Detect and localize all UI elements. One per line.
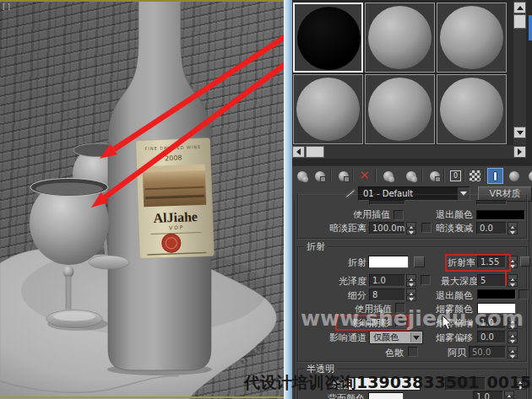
fog-bias-spinner[interactable] bbox=[508, 331, 518, 343]
application-window: daisheji.com 计教程 bbox=[0, 0, 532, 399]
material-slot-2[interactable] bbox=[365, 3, 435, 73]
up-arrow-icon bbox=[517, 3, 524, 10]
assign-material-to-selection-icon[interactable] bbox=[335, 168, 351, 184]
mouse-cursor bbox=[442, 315, 453, 331]
material-slot-4[interactable] bbox=[293, 74, 363, 144]
abbe-field[interactable]: 50.0 bbox=[469, 346, 506, 359]
material-slot-5[interactable] bbox=[365, 74, 435, 144]
fog-bias-label: 烟雾偏移 bbox=[436, 332, 473, 344]
sample-slots-area bbox=[292, 0, 532, 165]
refraction-group-label: 折射 bbox=[304, 242, 328, 252]
black-material-sphere bbox=[297, 7, 361, 70]
dim-fade-field[interactable]: 0.0 bbox=[476, 222, 507, 235]
toolbar-separator bbox=[464, 169, 464, 182]
slots-vscroll-thumb[interactable] bbox=[513, 14, 526, 29]
dim-distance-checkbox[interactable] bbox=[421, 223, 432, 233]
left-arrow-icon bbox=[293, 148, 301, 155]
toolbar-separator bbox=[352, 169, 353, 182]
make-unique-icon[interactable] bbox=[403, 168, 419, 184]
clipped-field[interactable] bbox=[476, 200, 507, 205]
material-slot-6[interactable] bbox=[437, 74, 507, 144]
max-depth-spinner[interactable] bbox=[508, 274, 518, 287]
window-edge bbox=[284, 0, 292, 399]
dim-fade-label: 暗淡衰减 bbox=[434, 223, 473, 235]
refract-color-swatch[interactable] bbox=[368, 256, 409, 268]
go-to-sibling-icon[interactable] bbox=[525, 168, 532, 184]
phone-watermark: 代设计培训咨询139038335010015878 bbox=[244, 372, 532, 394]
go-to-parent-icon[interactable] bbox=[506, 168, 522, 184]
glossiness-label: 光泽度 bbox=[336, 276, 366, 288]
chevron-down-icon bbox=[413, 336, 420, 343]
material-sphere bbox=[440, 6, 503, 69]
exit-color-swatch[interactable] bbox=[476, 210, 525, 220]
material-slot-3[interactable] bbox=[437, 3, 507, 73]
material-sphere bbox=[368, 78, 432, 141]
slots-scroll-down-button[interactable] bbox=[513, 127, 526, 138]
viewport-active-border-top bbox=[0, 0, 284, 2]
material-sphere bbox=[440, 78, 503, 141]
slots-scroll-left-button[interactable] bbox=[292, 146, 305, 158]
exit-color-label: 退出颜色 bbox=[434, 209, 473, 221]
refraction-exit-color-label: 退出颜色 bbox=[436, 290, 473, 302]
affect-channels-dropdown[interactable]: 仅颜色 bbox=[369, 331, 423, 344]
site-watermark: www.shejiedu.com bbox=[292, 306, 532, 331]
toolbar-separator bbox=[421, 169, 422, 182]
window-accent bbox=[529, 15, 532, 40]
affect-channels-label: 影响通道 bbox=[324, 332, 366, 344]
dim-distance-label: 暗淡距离 bbox=[328, 223, 366, 235]
subdivs-field[interactable]: 8 bbox=[369, 288, 405, 301]
slots-scroll-right-button[interactable] bbox=[513, 146, 526, 158]
toolbar-separator bbox=[375, 169, 376, 182]
dispersion-label: 色散 bbox=[373, 348, 404, 359]
reset-material-icon[interactable]: ✕ bbox=[356, 168, 372, 184]
back-color-label: 背面颜色 bbox=[326, 393, 365, 399]
viewport-floor-texture bbox=[0, 0, 284, 399]
clipped-field[interactable] bbox=[369, 200, 405, 205]
refract-map-button[interactable] bbox=[414, 256, 425, 267]
toolbar-separator bbox=[483, 169, 484, 182]
refract-label: 折射 bbox=[345, 257, 366, 269]
put-to-library-icon[interactable] bbox=[426, 168, 442, 184]
dim-distance-spinner[interactable] bbox=[406, 222, 416, 235]
show-map-in-viewport-icon[interactable] bbox=[467, 168, 483, 184]
material-slot-1-selected[interactable] bbox=[293, 3, 363, 73]
material-sphere bbox=[368, 6, 432, 69]
ior-map-button[interactable] bbox=[520, 256, 530, 267]
glossiness-checkbox[interactable] bbox=[421, 275, 431, 285]
dim-distance-field[interactable]: 100.0m bbox=[369, 222, 405, 235]
max-depth-label: 最大深度 bbox=[441, 276, 473, 288]
slots-hscroll-track[interactable] bbox=[292, 145, 513, 159]
dropdown-arrow-button[interactable] bbox=[410, 332, 421, 342]
right-arrow-icon bbox=[518, 148, 525, 155]
use-interpolation-label: 使用插值 bbox=[343, 209, 390, 221]
down-arrow-icon bbox=[517, 131, 524, 138]
dim-fade-spinner[interactable] bbox=[508, 222, 518, 235]
material-id-channel-icon[interactable]: 0 bbox=[448, 168, 464, 184]
dispersion-checkbox[interactable] bbox=[408, 347, 418, 357]
ior-annotation-box bbox=[445, 254, 511, 272]
annotation-tick bbox=[505, 272, 507, 285]
toolbar-separator bbox=[330, 169, 331, 182]
subdivs-label: 细分 bbox=[343, 290, 366, 302]
use-interpolation-checkbox[interactable] bbox=[394, 210, 404, 220]
max-depth-field[interactable]: 5 bbox=[477, 274, 506, 287]
material-sphere bbox=[296, 78, 360, 141]
make-material-copy-icon[interactable] bbox=[380, 168, 396, 184]
fog-bias-field[interactable]: 0.0 bbox=[477, 331, 506, 343]
slots-scroll-up-button[interactable] bbox=[513, 2, 526, 13]
abbe-spinner[interactable] bbox=[508, 346, 518, 359]
affect-channels-value: 仅颜色 bbox=[373, 332, 399, 342]
material-editor-toolbar: ✕ 0 bbox=[292, 165, 532, 185]
abbe-label: 阿贝 bbox=[434, 348, 466, 359]
glossiness-field[interactable]: 1.0 bbox=[369, 274, 405, 287]
refraction-exit-color-swatch[interactable] bbox=[477, 289, 516, 299]
get-material-icon[interactable] bbox=[294, 168, 310, 184]
viewport-3d[interactable]: daisheji.com 计教程 bbox=[0, 0, 284, 399]
show-end-result-icon[interactable] bbox=[487, 168, 503, 184]
glossiness-spinner[interactable] bbox=[406, 274, 416, 287]
material-editor-panel: ✕ 0 01 - Default VR材质 使用插值 bbox=[292, 0, 532, 399]
subdivs-spinner[interactable] bbox=[406, 288, 416, 301]
put-material-to-scene-icon[interactable] bbox=[312, 168, 328, 184]
refraction-exit-color-checkbox[interactable] bbox=[518, 289, 529, 299]
slots-hscroll-thumb[interactable] bbox=[306, 146, 324, 158]
